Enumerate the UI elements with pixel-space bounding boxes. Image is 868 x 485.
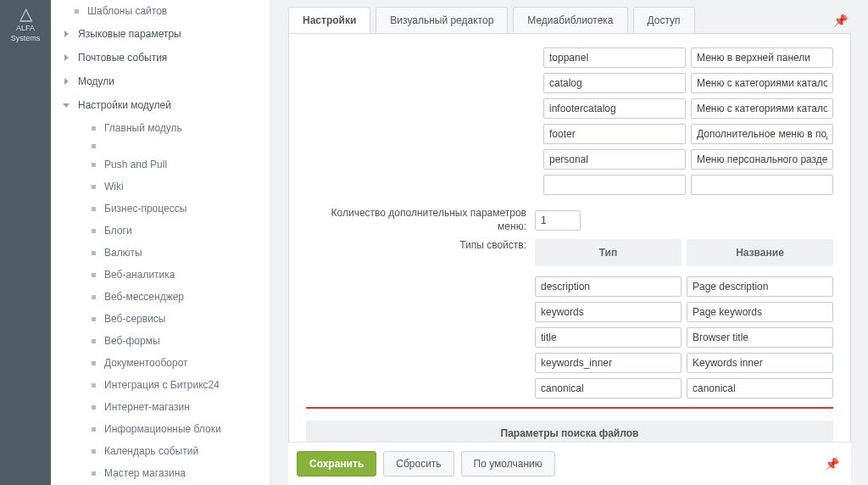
nav-module-item[interactable]: Веб-сервисы bbox=[51, 308, 270, 330]
nav-label: Календарь событий bbox=[104, 445, 198, 457]
dot-icon bbox=[75, 9, 79, 14]
pin-icon[interactable]: 📌 bbox=[825, 457, 843, 471]
dot-icon bbox=[92, 339, 96, 343]
nav-label: Веб-формы bbox=[104, 335, 160, 347]
nav-module-item[interactable]: Информационные блоки bbox=[51, 418, 270, 440]
menu-value-input[interactable] bbox=[691, 73, 833, 93]
nav-item-module-settings[interactable]: Настройки модулей bbox=[51, 93, 270, 117]
pin-icon[interactable]: 📌 bbox=[833, 14, 851, 27]
nav-module-item[interactable]: Интеграция с Битрикс24 bbox=[51, 374, 270, 396]
nav-module-item[interactable] bbox=[51, 139, 270, 153]
nav-module-item[interactable]: Push and Pull bbox=[51, 153, 270, 176]
nav-module-item[interactable]: Календарь событий bbox=[51, 440, 270, 462]
prop-type-input[interactable] bbox=[535, 276, 682, 297]
dot-icon bbox=[92, 405, 96, 410]
nav-label: Документооборот bbox=[104, 357, 188, 369]
dot-icon bbox=[92, 185, 96, 189]
nav-label: Информационные блоки bbox=[104, 423, 221, 435]
nav-module-item[interactable]: Веб-мессенджер bbox=[51, 286, 270, 308]
menu-value-input[interactable] bbox=[691, 175, 833, 195]
app-sidebar: △ ALFA Systems bbox=[0, 0, 51, 485]
nav-item-mail-events[interactable]: Почтовые события bbox=[51, 46, 270, 70]
nav-module-item[interactable]: Веб-формы bbox=[51, 330, 270, 352]
nav-label: Push and Pull bbox=[104, 159, 167, 170]
dot-icon bbox=[92, 207, 96, 211]
menu-value-input[interactable] bbox=[691, 98, 833, 119]
nav-module-item[interactable]: Веб-аналитика bbox=[51, 264, 270, 286]
nav-label: Шаблоны сайтов bbox=[87, 5, 167, 17]
prop-name-input[interactable] bbox=[687, 353, 833, 373]
brand-logo-icon: △ bbox=[19, 5, 32, 22]
menu-key-input[interactable] bbox=[543, 98, 686, 119]
nav-item-languages[interactable]: Языковые параметры bbox=[51, 22, 270, 46]
nav-module-item[interactable]: Wiki bbox=[51, 176, 270, 198]
dot-icon bbox=[92, 361, 96, 365]
dot-icon bbox=[92, 126, 96, 131]
nav-module-item[interactable]: Валюты bbox=[51, 242, 270, 264]
dot-icon bbox=[92, 383, 96, 387]
col-type: Тип bbox=[535, 239, 682, 266]
dot-icon bbox=[92, 229, 96, 233]
save-button[interactable]: Сохранить bbox=[297, 451, 376, 477]
menu-key-input[interactable] bbox=[543, 149, 686, 170]
nav-item-modules[interactable]: Модули bbox=[51, 70, 270, 93]
nav-module-item[interactable]: Документооборот bbox=[51, 352, 270, 374]
chevron-down-icon bbox=[63, 101, 71, 109]
prop-name-input[interactable] bbox=[687, 302, 833, 322]
nav-label: Главный модуль bbox=[104, 122, 182, 134]
chevron-right-icon bbox=[63, 53, 71, 62]
dot-icon bbox=[92, 295, 96, 299]
dot-icon bbox=[92, 317, 96, 321]
col-name: Название bbox=[687, 239, 833, 266]
tab-visual-editor[interactable]: Визуальный редактор bbox=[376, 7, 508, 33]
prop-type-input[interactable] bbox=[535, 327, 682, 348]
label-prop-types: Типы свойств: bbox=[306, 239, 535, 253]
default-button[interactable]: По умолчанию bbox=[461, 451, 555, 477]
nav-module-item[interactable]: Мастер магазина bbox=[51, 462, 270, 484]
reset-button[interactable]: Сбросить bbox=[383, 451, 453, 477]
prop-type-input[interactable] bbox=[535, 378, 682, 399]
nav-label: Языковые параметры bbox=[78, 28, 181, 40]
nav-label: Веб-мессенджер bbox=[104, 291, 184, 303]
nav-label: Бизнес-процессы bbox=[104, 203, 186, 215]
tab-settings[interactable]: Настройки bbox=[288, 7, 370, 33]
footer-bar: Сохранить Сбросить По умолчанию 📌 bbox=[288, 442, 851, 485]
settings-panel: Количество дополнительных параметров мен… bbox=[288, 33, 851, 485]
nav-label: Валюты bbox=[104, 247, 142, 259]
prop-type-input[interactable] bbox=[535, 302, 682, 322]
menu-key-input[interactable] bbox=[543, 124, 686, 144]
prop-name-input[interactable] bbox=[687, 327, 833, 348]
prop-name-input[interactable] bbox=[687, 276, 833, 297]
menu-value-input[interactable] bbox=[691, 149, 833, 170]
tab-media-library[interactable]: Медиабиблиотека bbox=[513, 7, 627, 33]
nav-label: Интеграция с Битрикс24 bbox=[104, 379, 220, 391]
nav-module-item[interactable]: Бизнес-процессы bbox=[51, 198, 270, 220]
brand-sub: Systems bbox=[11, 34, 41, 42]
prop-name-input[interactable] bbox=[687, 378, 833, 399]
menu-key-input[interactable] bbox=[543, 73, 686, 93]
menu-key-input[interactable] bbox=[543, 47, 686, 68]
nav-module-item[interactable]: Блоги bbox=[51, 220, 270, 242]
input-add-params[interactable] bbox=[535, 210, 581, 231]
chevron-right-icon bbox=[63, 77, 71, 86]
tab-access[interactable]: Доступ bbox=[633, 7, 695, 33]
main-area: Настройки Визуальный редактор Медиабибли… bbox=[271, 0, 868, 485]
brand-name: ALFA bbox=[16, 24, 35, 32]
nav-label: Блоги bbox=[104, 225, 132, 237]
nav-module-item[interactable]: Главный модуль bbox=[51, 117, 270, 139]
menu-value-input[interactable] bbox=[691, 47, 833, 68]
nav-panel: Шаблоны сайтов Языковые параметры Почтов… bbox=[51, 0, 271, 485]
tabs-row: Настройки Визуальный редактор Медиабибли… bbox=[271, 0, 868, 33]
menu-value-input[interactable] bbox=[691, 124, 833, 144]
nav-label: Настройки модулей bbox=[78, 99, 171, 111]
chevron-right-icon bbox=[63, 30, 71, 38]
nav-module-item[interactable]: Интернет-магазин bbox=[51, 396, 270, 418]
nav-label: Мастер магазина bbox=[104, 467, 186, 479]
nav-item-templates[interactable]: Шаблоны сайтов bbox=[51, 0, 270, 22]
dot-icon bbox=[92, 251, 96, 255]
highlight-line bbox=[306, 407, 833, 409]
menu-key-input[interactable] bbox=[543, 175, 686, 195]
prop-type-input[interactable] bbox=[535, 353, 682, 373]
dot-icon bbox=[92, 427, 96, 432]
nav-label: Веб-аналитика bbox=[104, 269, 175, 281]
